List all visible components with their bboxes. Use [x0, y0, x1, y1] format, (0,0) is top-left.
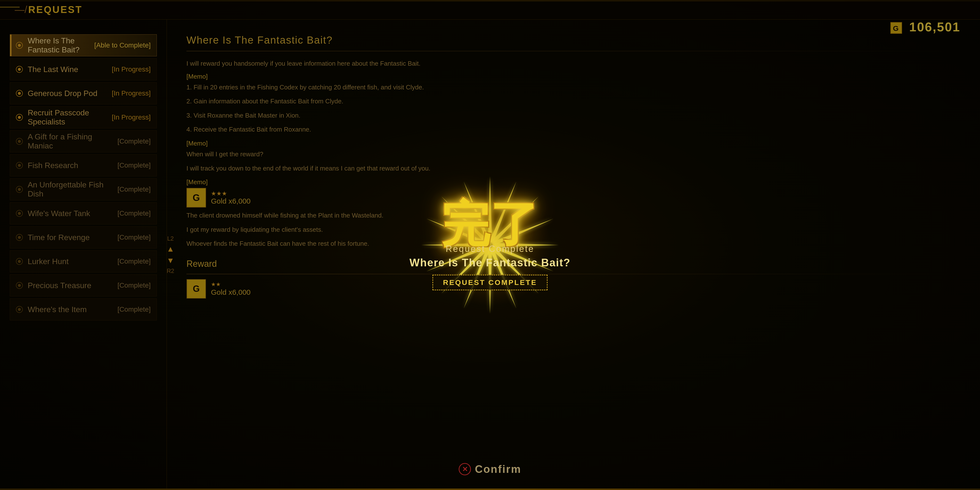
popup-overlay: 完了 Request Complete Where Is The Fantast…: [0, 0, 980, 490]
badge-text: REQUEST COMPLETE: [443, 278, 537, 286]
completion-popup: 完了 Request Complete Where Is The Fantast…: [409, 200, 570, 290]
request-complete-badge: REQUEST COMPLETE: [433, 275, 547, 290]
request-complete-label: Request Complete: [445, 244, 535, 254]
kanji-complete: 完了: [441, 200, 539, 249]
request-complete-title: Where Is The Fantastic Bait?: [409, 256, 570, 269]
